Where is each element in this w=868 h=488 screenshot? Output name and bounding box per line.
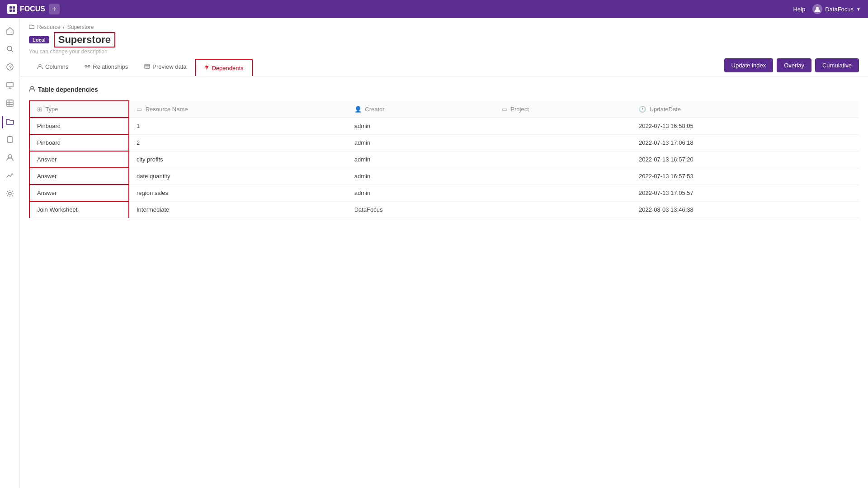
sidebar-item-folder[interactable] (2, 114, 18, 130)
section-title: Table dependencies (29, 85, 859, 93)
sidebar-item-table[interactable] (2, 96, 18, 112)
svg-rect-3 (13, 9, 15, 12)
svg-rect-23 (145, 64, 150, 68)
col-header-type: ⊞ Type (29, 101, 129, 118)
sidebar-item-user[interactable] (2, 150, 18, 166)
svg-rect-9 (7, 82, 13, 87)
help-link[interactable]: Help (793, 6, 805, 13)
tab-bar: Columns Relationships Preview data (29, 59, 253, 76)
cumulative-button[interactable]: Cumulative (815, 58, 859, 72)
svg-point-5 (7, 46, 12, 51)
sidebar-item-search[interactable] (2, 42, 18, 58)
row-3-project (495, 168, 632, 185)
svg-rect-16 (8, 137, 12, 142)
update-index-button[interactable]: Update index (724, 58, 774, 72)
tab-dependents-label: Dependents (212, 65, 244, 71)
sidebar-item-monitor[interactable] (2, 78, 18, 94)
svg-text:?: ? (9, 65, 12, 70)
creator-col-icon: 👤 (354, 106, 362, 113)
relationships-tab-icon (85, 63, 90, 71)
dependents-tab-icon (204, 64, 210, 71)
row-3-resource-name: date quantity (129, 168, 347, 185)
table-row: Pinboard2admin2022-07-13 17:06:18 (29, 134, 859, 151)
logo-icon (7, 4, 17, 14)
row-2-type: Answer (29, 151, 129, 168)
app-logo: FOCUS (7, 4, 45, 14)
table-row: Answerdate quantityadmin2022-07-13 16:57… (29, 168, 859, 185)
row-3-type: Answer (29, 168, 129, 185)
col-header-resource-name: ▭ Resource Name (129, 101, 347, 118)
tab-dependents[interactable]: Dependents (195, 59, 253, 76)
sidebar-item-clipboard[interactable] (2, 132, 18, 148)
sidebar-item-settings[interactable] (2, 186, 18, 203)
user-avatar-icon (812, 4, 822, 14)
project-col-icon: ▭ (502, 106, 507, 113)
topbar: FOCUS + Help DataFocus ▼ (0, 0, 868, 18)
row-5-update-date: 2022-08-03 13:46:38 (632, 201, 859, 218)
tab-columns-label: Columns (45, 63, 68, 70)
breadcrumb-current: Superstore (67, 24, 94, 30)
tab-columns[interactable]: Columns (29, 59, 76, 76)
col-header-update-date-label: UpdateDate (650, 106, 681, 113)
svg-line-6 (11, 50, 13, 52)
svg-rect-12 (7, 100, 13, 106)
row-1-creator: admin (347, 134, 495, 151)
row-4-type: Answer (29, 185, 129, 201)
row-1-project (495, 134, 632, 151)
settings-icon (6, 190, 14, 199)
row-0-project (495, 118, 632, 134)
col-header-creator: 👤 Creator (347, 101, 495, 118)
sidebar-item-analytics[interactable] (2, 168, 18, 185)
columns-tab-icon (37, 63, 43, 71)
svg-point-20 (85, 65, 87, 67)
preview-tab-icon (144, 63, 150, 71)
row-5-resource-name: Intermediate (129, 201, 347, 218)
resource-col-icon: ▭ (137, 106, 142, 113)
row-3-update-date: 2022-07-13 16:57:53 (632, 168, 859, 185)
svg-point-21 (88, 65, 90, 67)
sidebar-item-help[interactable]: ? (2, 60, 18, 76)
date-col-icon: 🕐 (639, 106, 646, 113)
col-header-project: ▭ Project (495, 101, 632, 118)
page-title-row: Local Superstore (29, 32, 859, 47)
add-tab-button[interactable]: + (49, 4, 60, 14)
svg-point-18 (9, 192, 11, 195)
row-0-resource-name: 1 (129, 118, 347, 134)
row-1-resource-name: 2 (129, 134, 347, 151)
home-icon (6, 27, 14, 37)
user-icon (6, 153, 14, 163)
tab-preview-label: Preview data (152, 63, 186, 70)
row-4-project (495, 185, 632, 201)
sidebar: ? (0, 18, 20, 488)
row-2-resource-name: city profits (129, 151, 347, 168)
tab-preview[interactable]: Preview data (136, 59, 194, 76)
table-icon (6, 99, 14, 109)
breadcrumb-resource-link[interactable]: Resource (37, 24, 60, 30)
page-header: Resource / Superstore Local Superstore Y… (20, 18, 868, 76)
content-area: Table dependencies ⊞ Type ▭ Resource Nam… (20, 76, 868, 227)
col-header-type-label: Type (45, 106, 58, 113)
row-1-update-date: 2022-07-13 17:06:18 (632, 134, 859, 151)
breadcrumb: Resource / Superstore (29, 24, 859, 30)
user-menu[interactable]: DataFocus ▼ (812, 4, 861, 14)
overlay-button[interactable]: Overlay (777, 58, 811, 72)
row-0-creator: admin (347, 118, 495, 134)
user-chevron-icon: ▼ (856, 7, 861, 12)
row-4-update-date: 2022-07-13 17:05:57 (632, 185, 859, 201)
col-header-creator-label: Creator (365, 106, 384, 113)
sidebar-item-home[interactable] (2, 24, 18, 40)
topbar-right: Help DataFocus ▼ (793, 4, 861, 14)
table-row: Join WorksheetIntermediateDataFocus2022-… (29, 201, 859, 218)
tab-relationships[interactable]: Relationships (76, 59, 136, 76)
row-2-creator: admin (347, 151, 495, 168)
svg-rect-1 (13, 6, 15, 9)
col-header-update-date: 🕐 UpdateDate (632, 101, 859, 118)
row-4-creator: admin (347, 185, 495, 201)
row-4-resource-name: region sales (129, 185, 347, 201)
page-description: You can change your description (29, 48, 859, 55)
page-title: Superstore (54, 32, 115, 47)
row-1-type: Pinboard (29, 134, 129, 151)
row-3-creator: admin (347, 168, 495, 185)
main-content: Resource / Superstore Local Superstore Y… (20, 18, 868, 488)
row-2-project (495, 151, 632, 168)
